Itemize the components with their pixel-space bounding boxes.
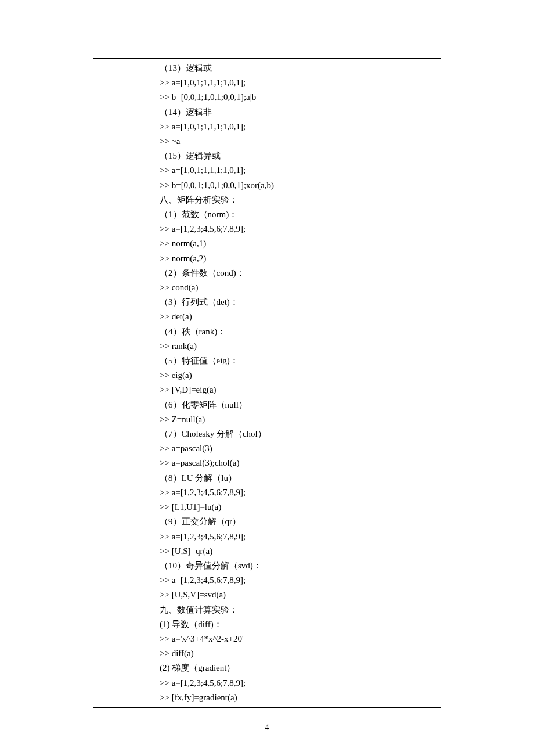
code-line: （9）正交分解（qr） (160, 514, 437, 529)
code-line: >> a=[1,2,3;4,5,6;7,8,9]; (160, 573, 437, 588)
code-line: >> eig(a) (160, 368, 437, 383)
code-line: （8）LU 分解（lu） (160, 471, 437, 485)
code-line: >> det(a) (160, 309, 437, 324)
code-container: （13）逻辑或>> a=[1,0,1;1,1,1;1,0,1];>> b=[0,… (160, 61, 437, 705)
code-line: >> rank(a) (160, 339, 437, 354)
code-line: >> diff(a) (160, 646, 437, 661)
document-page: （13）逻辑或>> a=[1,0,1;1,1,1;1,0,1];>> b=[0,… (0, 0, 534, 755)
code-line: >> a=[1,0,1;1,1,1;1,0,1]; (160, 120, 437, 134)
code-line: 九、数值计算实验： (160, 603, 437, 617)
code-line: >> a=pascal(3);chol(a) (160, 456, 437, 470)
code-line: >> [U,S]=qr(a) (160, 544, 437, 559)
code-line: >> a=[1,0,1;1,1,1;1,0,1]; (160, 75, 437, 90)
code-line: （3）行列式（det)： (160, 295, 437, 309)
code-line: >> a=[1,2,3;4,5,6;7,8,9]; (160, 485, 437, 500)
code-line: >> [L1,U1]=lu(a) (160, 500, 437, 514)
code-line: >> a=[1,2,3;4,5,6;7,8,9]; (160, 530, 437, 544)
code-line: （6）化零矩阵（null） (160, 398, 437, 412)
code-line: >> a=[1,0,1;1,1,1;1,0,1]; (160, 163, 437, 178)
code-line: >> ~a (160, 134, 437, 149)
code-line: >> [fx,fy]=gradient(a) (160, 690, 437, 705)
table-row: （13）逻辑或>> a=[1,0,1;1,1,1;1,0,1];>> b=[0,… (93, 59, 441, 708)
code-line: >> Z=null(a) (160, 412, 437, 427)
code-line: >> a=[1,2,3;4,5,6;7,8,9]; (160, 676, 437, 690)
code-line: >> a='x^3+4*x^2-x+20' (160, 632, 437, 646)
code-line: （15）逻辑异或 (160, 149, 437, 163)
content-table: （13）逻辑或>> a=[1,0,1;1,1,1;1,0,1];>> b=[0,… (93, 58, 441, 708)
code-line: 八、矩阵分析实验： (160, 193, 437, 207)
code-line: >> b=[0,0,1;1,0,1;0,0,1];a|b (160, 90, 437, 105)
code-line: >> norm(a,2) (160, 251, 437, 266)
code-line: >> norm(a,1) (160, 236, 437, 251)
code-line: (2) 梯度（gradient） (160, 661, 437, 675)
code-line: >> a=[1,2,3;4,5,6;7,8,9]; (160, 222, 437, 236)
code-line: （10）奇异值分解（svd)： (160, 559, 437, 573)
code-line: （13）逻辑或 (160, 61, 437, 75)
code-line: >> [U,S,V]=svd(a) (160, 588, 437, 602)
code-line: （4）秩（rank)： (160, 325, 437, 339)
code-line: >> b=[0,0,1;1,0,1;0,0,1];xor(a,b) (160, 178, 437, 193)
code-line: （2）条件数（cond)： (160, 266, 437, 280)
code-line: （1）范数（norm)： (160, 207, 437, 222)
left-cell (93, 59, 156, 708)
page-number: 4 (93, 723, 441, 732)
right-cell: （13）逻辑或>> a=[1,0,1;1,1,1;1,0,1];>> b=[0,… (156, 59, 441, 708)
code-line: >> [V,D]=eig(a) (160, 383, 437, 397)
code-line: （5）特征值（eig)： (160, 354, 437, 368)
code-line: （7）Cholesky 分解（chol） (160, 427, 437, 441)
code-line: (1) 导数（diff)： (160, 617, 437, 632)
code-line: >> a=pascal(3) (160, 441, 437, 456)
code-line: >> cond(a) (160, 280, 437, 295)
code-line: （14）逻辑非 (160, 105, 437, 120)
